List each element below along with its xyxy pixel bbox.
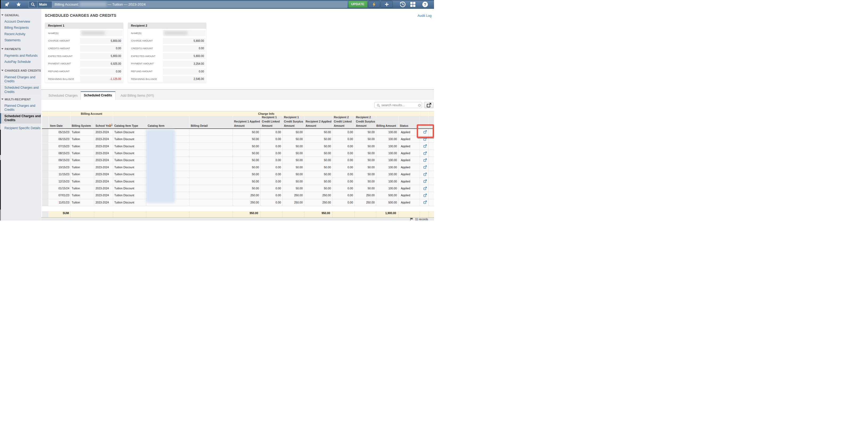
svg-text:?: ?: [424, 2, 426, 7]
